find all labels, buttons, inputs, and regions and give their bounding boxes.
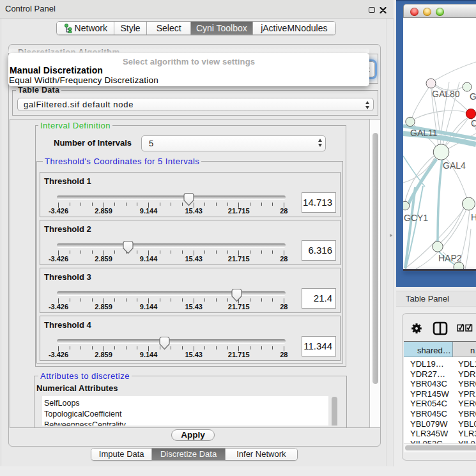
svg-text:HAP2: HAP2: [438, 253, 462, 263]
svg-text:GCY1: GCY1: [404, 213, 428, 223]
svg-text:GAL80: GAL80: [432, 89, 460, 99]
svg-text:GAL11: GAL11: [410, 128, 438, 138]
svg-text:GA: GA: [470, 91, 476, 102]
svg-text:GAL4: GAL4: [443, 160, 466, 171]
svg-text:C: C: [471, 118, 476, 128]
svg-text:H: H: [471, 212, 476, 222]
